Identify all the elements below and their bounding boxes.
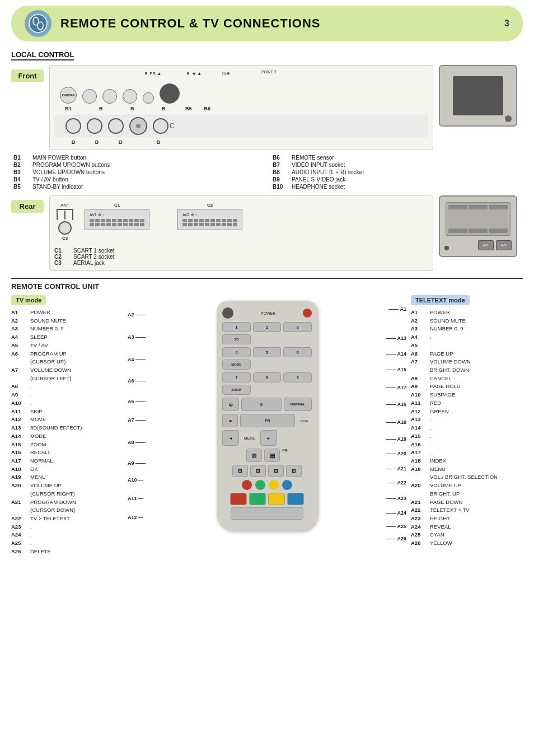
scart1-row2 [90, 223, 144, 226]
btn-8[interactable]: 8 [253, 372, 282, 382]
tv-a3: A3NUMBER 0..9 [11, 325, 123, 333]
power-label-top: POWER [261, 70, 276, 74]
btn-red[interactable] [242, 480, 252, 490]
btn-green[interactable] [255, 480, 265, 490]
btn-f4[interactable]: ⊟ [286, 465, 302, 477]
btn-sd[interactable]: SD [222, 334, 251, 344]
tv-a12: A12MOVE [11, 416, 123, 424]
btn-yellow[interactable] [269, 480, 279, 490]
tv-a22: A22TV > TELETEXT [11, 515, 123, 523]
btn-0[interactable]: 0 [241, 398, 282, 411]
b-bot-2: B [89, 139, 105, 145]
tt-a10: A10SUBPAGE [411, 391, 523, 399]
b1-button[interactable]: ON/OFF [60, 87, 77, 104]
tt-a7: A7VOLUME DOWN [411, 358, 523, 366]
btn-6[interactable]: 6 [283, 347, 312, 357]
btn-3[interactable]: 3 [283, 322, 312, 332]
c2-top-label: C2 [207, 203, 213, 208]
ant-symbol [57, 209, 73, 220]
btn-b2[interactable] [249, 493, 266, 505]
tt-a20b: BRIGHT. UP [411, 490, 523, 498]
remote-image-area: A2 —— A3 —— A4 —— A6 —— A5 —— A7 —— A8 —… [128, 295, 406, 531]
a13-right-label: —— A13 [386, 335, 406, 341]
btn-bottom-1[interactable] [65, 118, 81, 134]
scart1-row1 [90, 219, 144, 222]
power-button[interactable] [303, 309, 312, 318]
b-label3: B [162, 106, 176, 111]
tt-a16: A16. [411, 441, 523, 449]
tv-a15: A15ZOOM [11, 441, 123, 449]
b4-button[interactable] [123, 89, 137, 104]
btn-b4[interactable] [287, 493, 304, 505]
tv-a2: A2SOUND MUTE [11, 317, 123, 325]
b6-button[interactable] [160, 83, 180, 104]
btn-normal[interactable]: NORMAL [284, 398, 312, 411]
b6-l: B6 [204, 106, 211, 111]
btn-5[interactable]: 5 [253, 347, 282, 357]
btn-sound[interactable]: ▤ [264, 449, 280, 462]
a16-right-label: —— A16 [386, 402, 406, 407]
tv-a14: A14MODE [11, 432, 123, 441]
btn-last-group: C [153, 118, 175, 134]
c2-desc: C2 SCART 2 socket [54, 254, 428, 260]
tt-a23: A23HEIGHT [411, 515, 523, 523]
btn-2[interactable]: 2 [253, 322, 282, 332]
btn-sleep[interactable]: ⏻ [222, 398, 239, 411]
btn-mode[interactable]: MODE [222, 360, 251, 370]
tt-a8: A8CANCEL [411, 375, 523, 383]
btn-f3[interactable]: ⊟ [268, 465, 284, 477]
teletext-list: A1POWER A2SOUND MUTE A3NUMBER 0..9 A4. A… [411, 309, 523, 548]
btn-1[interactable]: 1 [222, 322, 251, 332]
btn-b3[interactable] [268, 493, 285, 505]
b5-button[interactable] [143, 92, 154, 104]
a12-left-label: A12 — [128, 515, 143, 520]
tt-a18: A18INDEX [411, 457, 523, 465]
btn-7[interactable]: 7 [222, 372, 251, 382]
power-text: POWER [261, 311, 275, 315]
btn-bottom-3[interactable] [108, 118, 124, 134]
btn-bottom-4[interactable] [153, 118, 168, 134]
b9-desc: B9 PANEL S-VIDEO jack [273, 176, 521, 183]
rear-section: Rear ANT C3 C1 [11, 195, 523, 271]
btn-pic[interactable]: ⊠ [246, 449, 262, 462]
tv-rear-image: AV1 AV2 [439, 195, 517, 257]
tt-a4: A4. [411, 333, 523, 342]
tv-mode-panel: TV mode A1POWER A2SOUND MUTE A3NUMBER 0.… [11, 295, 123, 556]
btn-zoom[interactable]: ZOOM [222, 385, 251, 395]
tv-a8: A8. [11, 382, 123, 391]
btn-del[interactable] [231, 507, 303, 520]
btn-f2[interactable]: ⊟ [250, 465, 266, 477]
rear-label: Rear [11, 200, 44, 213]
b3-desc: B3 VOLUME UP/DOWN buttons [13, 169, 261, 175]
btn-bottom-2[interactable] [87, 118, 102, 134]
btn-cyan[interactable] [282, 480, 292, 490]
btn-left-arrow[interactable]: ◄ [222, 430, 239, 446]
local-control-title: LOCAL CONTROL [11, 50, 74, 60]
port2: AV2 [496, 240, 512, 250]
a20-right-label: —— A20 [386, 451, 406, 456]
tt-a3: A3NUMBER 0..9 [411, 325, 523, 333]
tv-a21b: (CURSOR DOWN) [11, 506, 123, 515]
number-grid3: 7 8 9 ZOOM [222, 372, 312, 395]
front-diagram: ▼ PR ▲ ▼ ◄ ▲ □/⊕ POWER ON/OFF [49, 65, 433, 150]
b-label: B [99, 106, 114, 111]
tv-a9: A9. [11, 391, 123, 399]
b3-button[interactable] [102, 89, 117, 104]
btn-b1[interactable] [230, 493, 247, 505]
b2-button[interactable] [82, 89, 97, 104]
tv-a17: A17NORMAL [11, 457, 123, 465]
a5-left-label: A5 —— [128, 399, 146, 404]
rear-port-row1 [448, 205, 508, 209]
btn-f1[interactable]: ⊟ [232, 465, 248, 477]
tt-a26: A26YELLOW [411, 539, 523, 548]
btn-pr[interactable]: PR [240, 414, 295, 427]
btn-4[interactable]: 4 [222, 347, 251, 357]
front-desc-list: B1 MAIN POWER button B6 REMOTE sensor B2… [11, 155, 523, 190]
btn-tvav[interactable]: ⊕ [222, 414, 238, 427]
btn-joystick[interactable] [129, 117, 147, 135]
btn-9[interactable]: 9 [283, 372, 312, 382]
b4-b-group [123, 89, 137, 104]
tt-a25: A25CYAN [411, 531, 523, 539]
btn-right-arrow[interactable]: ► [260, 430, 277, 446]
a26-right-label: —— A26 [386, 536, 406, 542]
